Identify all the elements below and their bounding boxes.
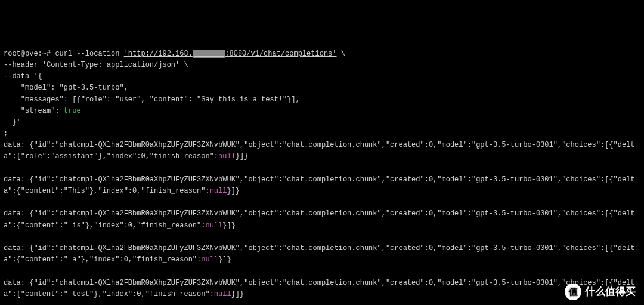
blank-line (4, 197, 640, 208)
cmd-line-4: "model": "gpt-3.5-turbo", (4, 82, 640, 94)
cmd-line-6: "stream": true (4, 106, 640, 117)
sse-line: data: {"id":"chatcmpl-QXlha2FBbmR0aXhpZU… (4, 174, 640, 197)
cmd-line-3: --data '{ (4, 71, 640, 82)
terminal-output[interactable]: root@pve:~# curl --location 'http://192.… (4, 48, 640, 305)
blank-line (4, 300, 640, 305)
blank-line (4, 163, 640, 174)
cmd-line-7: }' (4, 117, 640, 128)
cmd-line-5: "messages": [{"role": "user", "content":… (4, 94, 640, 106)
blank-line (4, 232, 640, 243)
sse-line: data: {"id":"chatcmpl-QXlha2FBbmR0aXhpZU… (4, 208, 640, 231)
sse-line: data: {"id":"chatcmpl-QXlha2FBbmR0aXhpZU… (4, 243, 640, 266)
sse-line: data: {"id":"chatcmpl-QXlha2FBbmR0aXhpZU… (4, 140, 640, 162)
cmd-line-2: --header 'Content-Type: application/json… (4, 60, 640, 71)
blank-line (4, 266, 640, 277)
cmd-line-1: root@pve:~# curl --location 'http://192.… (4, 48, 640, 60)
sse-line: data: {"id":"chatcmpl-QXlha2FBbmR0aXhpZU… (4, 278, 640, 300)
cmd-line-8: ; (4, 128, 640, 140)
